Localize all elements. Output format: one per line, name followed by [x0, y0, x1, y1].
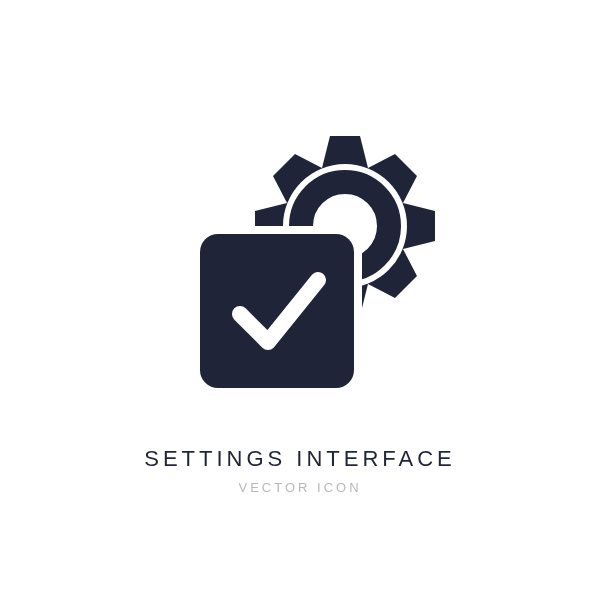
icon-subtitle: VECTOR ICON [238, 480, 361, 495]
settings-interface-icon [150, 106, 450, 406]
svg-rect-3 [200, 234, 354, 388]
icon-title: SETTINGS INTERFACE [144, 446, 456, 472]
